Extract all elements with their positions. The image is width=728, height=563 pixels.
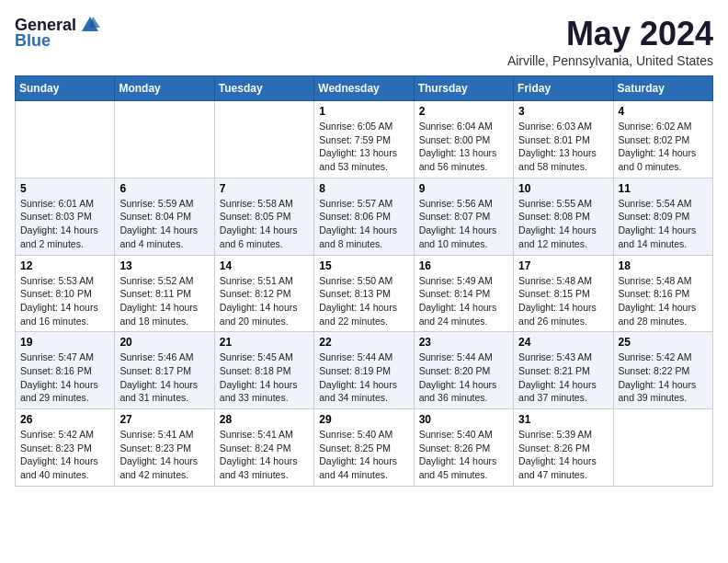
day-number: 15 [319, 259, 408, 272]
calendar-cell: 23Sunrise: 5:44 AMSunset: 8:20 PMDayligh… [414, 332, 513, 409]
day-info: Sunrise: 5:43 AMSunset: 8:21 PMDaylight:… [518, 350, 608, 405]
day-info: Sunrise: 5:57 AMSunset: 8:06 PMDaylight:… [319, 197, 408, 251]
calendar-cell: 24Sunrise: 5:43 AMSunset: 8:21 PMDayligh… [514, 332, 613, 409]
weekday-header-saturday: Saturday [613, 76, 712, 101]
day-number: 10 [518, 182, 608, 195]
day-number: 6 [119, 182, 209, 195]
day-info: Sunrise: 5:49 AMSunset: 8:14 PMDaylight:… [419, 274, 508, 328]
day-info: Sunrise: 5:47 AMSunset: 8:16 PMDaylight:… [20, 350, 109, 405]
calendar-cell: 6Sunrise: 5:59 AMSunset: 8:04 PMDaylight… [115, 178, 214, 255]
day-info: Sunrise: 5:50 AMSunset: 8:13 PMDaylight:… [319, 274, 408, 328]
calendar-cell: 27Sunrise: 5:41 AMSunset: 8:23 PMDayligh… [115, 409, 214, 487]
calendar-cell: 10Sunrise: 5:55 AMSunset: 8:08 PMDayligh… [514, 178, 613, 255]
day-number: 4 [619, 105, 708, 118]
day-info: Sunrise: 6:02 AMSunset: 8:02 PMDaylight:… [619, 120, 708, 174]
calendar-cell: 28Sunrise: 5:41 AMSunset: 8:24 PMDayligh… [214, 409, 313, 487]
day-number: 27 [119, 413, 209, 426]
weekday-header-sunday: Sunday [16, 76, 115, 101]
day-number: 24 [518, 336, 608, 349]
calendar-header: SundayMondayTuesdayWednesdayThursdayFrid… [16, 76, 713, 101]
calendar-cell: 19Sunrise: 5:47 AMSunset: 8:16 PMDayligh… [16, 332, 115, 409]
calendar-cell: 18Sunrise: 5:48 AMSunset: 8:16 PMDayligh… [613, 255, 712, 332]
calendar-cell: 11Sunrise: 5:54 AMSunset: 8:09 PMDayligh… [613, 178, 712, 255]
calendar-cell: 31Sunrise: 5:39 AMSunset: 8:26 PMDayligh… [514, 409, 613, 487]
day-number: 30 [419, 413, 508, 426]
day-number: 21 [220, 336, 309, 349]
calendar-cell: 1Sunrise: 6:05 AMSunset: 7:59 PMDaylight… [314, 101, 414, 178]
calendar-cell: 9Sunrise: 5:56 AMSunset: 8:07 PMDaylight… [414, 178, 513, 255]
day-number: 2 [419, 105, 508, 118]
calendar-cell [16, 101, 115, 178]
day-number: 20 [119, 336, 209, 349]
day-info: Sunrise: 5:55 AMSunset: 8:08 PMDaylight:… [518, 197, 608, 251]
day-number: 7 [220, 182, 309, 195]
calendar-cell: 21Sunrise: 5:45 AMSunset: 8:18 PMDayligh… [214, 332, 313, 409]
day-number: 13 [119, 259, 209, 272]
calendar-cell: 22Sunrise: 5:44 AMSunset: 8:19 PMDayligh… [314, 332, 414, 409]
day-number: 17 [518, 259, 608, 272]
day-number: 8 [319, 182, 408, 195]
calendar-cell: 16Sunrise: 5:49 AMSunset: 8:14 PMDayligh… [414, 255, 513, 332]
day-number: 25 [619, 336, 708, 349]
day-number: 5 [20, 182, 109, 195]
calendar-cell [214, 101, 313, 178]
day-number: 12 [20, 259, 109, 272]
calendar-cell: 26Sunrise: 5:42 AMSunset: 8:23 PMDayligh… [16, 409, 115, 487]
week-row-3: 12Sunrise: 5:53 AMSunset: 8:10 PMDayligh… [16, 255, 713, 332]
day-info: Sunrise: 5:58 AMSunset: 8:05 PMDaylight:… [220, 197, 309, 251]
week-row-5: 26Sunrise: 5:42 AMSunset: 8:23 PMDayligh… [16, 409, 713, 487]
day-number: 29 [319, 413, 408, 426]
logo-icon [80, 15, 100, 35]
day-number: 28 [220, 413, 309, 426]
day-number: 14 [220, 259, 309, 272]
day-number: 11 [619, 182, 708, 195]
day-number: 9 [419, 182, 508, 195]
day-info: Sunrise: 5:56 AMSunset: 8:07 PMDaylight:… [419, 197, 508, 251]
week-row-4: 19Sunrise: 5:47 AMSunset: 8:16 PMDayligh… [16, 332, 713, 409]
day-info: Sunrise: 5:48 AMSunset: 8:15 PMDaylight:… [518, 274, 608, 328]
calendar-cell: 4Sunrise: 6:02 AMSunset: 8:02 PMDaylight… [613, 101, 712, 178]
day-info: Sunrise: 5:46 AMSunset: 8:17 PMDaylight:… [119, 350, 209, 405]
day-info: Sunrise: 5:52 AMSunset: 8:11 PMDaylight:… [119, 274, 209, 328]
calendar-cell: 8Sunrise: 5:57 AMSunset: 8:06 PMDaylight… [314, 178, 414, 255]
calendar-table: SundayMondayTuesdayWednesdayThursdayFrid… [15, 75, 713, 487]
day-info: Sunrise: 6:05 AMSunset: 7:59 PMDaylight:… [319, 120, 408, 174]
day-number: 18 [619, 259, 708, 272]
week-row-1: 1Sunrise: 6:05 AMSunset: 7:59 PMDaylight… [16, 101, 713, 178]
day-info: Sunrise: 5:53 AMSunset: 8:10 PMDaylight:… [20, 274, 109, 328]
calendar-cell: 2Sunrise: 6:04 AMSunset: 8:00 PMDaylight… [414, 101, 513, 178]
day-number: 16 [419, 259, 508, 272]
calendar-cell: 5Sunrise: 6:01 AMSunset: 8:03 PMDaylight… [16, 178, 115, 255]
day-number: 26 [20, 413, 109, 426]
calendar-cell: 30Sunrise: 5:40 AMSunset: 8:26 PMDayligh… [414, 409, 513, 487]
day-number: 19 [20, 336, 109, 349]
calendar-cell: 12Sunrise: 5:53 AMSunset: 8:10 PMDayligh… [16, 255, 115, 332]
day-info: Sunrise: 5:44 AMSunset: 8:19 PMDaylight:… [319, 350, 408, 405]
day-info: Sunrise: 6:01 AMSunset: 8:03 PMDaylight:… [20, 197, 109, 251]
calendar-cell: 13Sunrise: 5:52 AMSunset: 8:11 PMDayligh… [115, 255, 214, 332]
calendar-cell [115, 101, 214, 178]
month-title: May 2024 [507, 15, 713, 53]
logo-blue-text: Blue [15, 31, 51, 51]
day-info: Sunrise: 5:41 AMSunset: 8:23 PMDaylight:… [119, 428, 209, 482]
logo: General Blue [15, 15, 100, 51]
title-area: May 2024 Airville, Pennsylvania, United … [507, 15, 713, 68]
day-number: 22 [319, 336, 408, 349]
day-number: 3 [518, 105, 608, 118]
day-info: Sunrise: 5:42 AMSunset: 8:22 PMDaylight:… [619, 350, 708, 405]
weekday-header-friday: Friday [514, 76, 613, 101]
location: Airville, Pennsylvania, United States [507, 53, 713, 68]
day-info: Sunrise: 5:51 AMSunset: 8:12 PMDaylight:… [220, 274, 309, 328]
weekday-header-wednesday: Wednesday [314, 76, 414, 101]
calendar-cell: 17Sunrise: 5:48 AMSunset: 8:15 PMDayligh… [514, 255, 613, 332]
day-info: Sunrise: 5:54 AMSunset: 8:09 PMDaylight:… [619, 197, 708, 251]
day-info: Sunrise: 5:44 AMSunset: 8:20 PMDaylight:… [419, 350, 508, 405]
day-info: Sunrise: 5:48 AMSunset: 8:16 PMDaylight:… [619, 274, 708, 328]
day-info: Sunrise: 5:42 AMSunset: 8:23 PMDaylight:… [20, 428, 109, 482]
day-info: Sunrise: 5:41 AMSunset: 8:24 PMDaylight:… [220, 428, 309, 482]
day-number: 23 [419, 336, 508, 349]
day-info: Sunrise: 5:39 AMSunset: 8:26 PMDaylight:… [518, 428, 608, 482]
calendar-cell: 15Sunrise: 5:50 AMSunset: 8:13 PMDayligh… [314, 255, 414, 332]
calendar-cell: 25Sunrise: 5:42 AMSunset: 8:22 PMDayligh… [613, 332, 712, 409]
calendar-body: 1Sunrise: 6:05 AMSunset: 7:59 PMDaylight… [16, 101, 713, 487]
